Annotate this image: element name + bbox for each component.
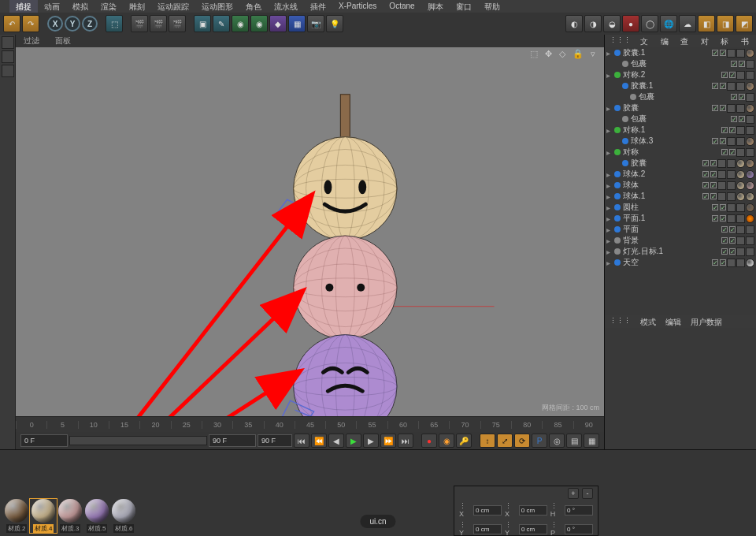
goto-end-icon[interactable]: ⏭ [398,434,413,448]
menu-7[interactable]: 角色 [239,0,268,13]
tree-row[interactable]: 包裹 [605,58,756,69]
tree-label[interactable]: 平面 [623,224,721,235]
material-shelf[interactable]: 材质.2材质.4材质.3材质.5材质.6 [0,450,756,536]
menu-1[interactable]: 动画 [38,0,66,13]
dope-icon[interactable]: ▤ [566,434,582,448]
coord-sx-field[interactable] [519,505,547,516]
key-param-icon[interactable]: P [532,434,547,448]
menu-12[interactable]: 脚本 [421,0,450,13]
material-thumb[interactable]: 材质.5 [83,499,110,533]
light-icon[interactable]: 💡 [326,15,343,32]
menu-10[interactable]: X-Particles [332,0,383,13]
material-thumb[interactable]: 材质.3 [57,499,83,533]
tree-label[interactable]: 对称.2 [623,69,721,80]
tree-label[interactable]: 平面.1 [623,213,711,224]
material-thumb[interactable]: 材质.4 [30,499,57,533]
tree-row[interactable]: 包裹 [605,91,756,102]
cube-primitive-icon[interactable]: ▣ [194,15,211,32]
tree-label[interactable]: 圆柱 [623,202,711,213]
object-tree[interactable]: ▸胶囊.1包裹▸对称.2胶囊.1包裹▸胶囊包裹▸对称.1球体.3▸对称胶囊▸球体… [605,47,756,315]
model-mode-icon[interactable] [2,36,14,49]
tree-row[interactable]: ▸灯光.目标.1 [605,246,756,257]
menu-4[interactable]: 雕刻 [123,0,151,13]
step-back-icon[interactable]: ⏪ [311,434,327,448]
render-settings-icon[interactable]: 🎬 [169,15,186,32]
tree-label[interactable]: 对称 [623,147,721,158]
frame-end-field[interactable] [209,434,256,447]
deformer-icon[interactable]: ◆ [269,15,287,32]
coord-p-field[interactable] [565,524,593,534]
tree-label[interactable]: 胶囊 [631,158,702,169]
tree-row[interactable]: ▸天空 [605,257,756,268]
timeline-scrub[interactable] [69,436,207,445]
tree-row[interactable]: ▸背景 [605,235,756,246]
point-mode-icon[interactable] [2,65,14,77]
tree-row[interactable]: 胶囊.1 [605,80,756,91]
frame-start-field[interactable] [20,434,68,447]
coord-x-field[interactable] [473,505,502,516]
tree-label[interactable]: 胶囊.1 [623,47,711,58]
layout-1-icon[interactable]: ◐ [565,15,583,32]
objtab-4[interactable]: 对象 [696,35,717,47]
tree-label[interactable]: 胶囊 [623,102,711,114]
objtab-6[interactable]: 书签 [736,35,757,47]
coord-system-icon[interactable]: ⬚ [106,15,123,32]
key-r-icon[interactable]: ⟳ [514,434,530,448]
axis-x-button[interactable]: X [47,16,63,32]
texture-mode-icon[interactable] [2,50,14,63]
tree-label[interactable]: 球体.2 [623,169,702,180]
tree-row[interactable]: ▸球体 [605,180,756,191]
tree-label[interactable]: 天空 [623,257,711,268]
tree-row[interactable]: ▸对称.2 [605,69,756,80]
prev-frame-icon[interactable]: ◀ [328,434,344,448]
tree-row[interactable]: 包裹 [605,114,756,125]
key-s-icon[interactable]: ⤢ [497,434,513,448]
attrtab-1[interactable]: 模式 [636,315,661,328]
tab-panel[interactable]: 面板 [49,35,77,47]
fcurve-icon[interactable]: ▦ [584,434,599,448]
material-thumb[interactable]: 材质.2 [3,499,30,533]
axis-z-button[interactable]: Z [82,16,98,32]
tab-filter[interactable]: 过滤 [17,35,46,47]
axis-y-button[interactable]: Y [65,16,80,32]
key-icon[interactable]: 🔑 [456,434,472,448]
tree-label[interactable]: 背景 [623,235,721,246]
tree-row[interactable]: ▸平面.1 [605,213,756,224]
tree-label[interactable]: 包裹 [631,58,730,69]
clapper-icon[interactable]: 🎬 [131,15,148,32]
objtab-1[interactable]: 文件 [636,35,656,47]
tree-row[interactable]: ▸对称.1 [605,125,756,136]
record-icon[interactable]: ● [421,434,437,448]
layout-2-icon[interactable]: ◑ [584,15,602,32]
tree-row[interactable]: ▸球体.1 [605,191,756,202]
camera-icon[interactable]: 📷 [307,15,324,32]
menu-0[interactable]: 捕捉 [9,0,38,13]
cloud-icon[interactable]: ☁ [679,15,696,32]
tree-row[interactable]: ▸对称 [605,147,756,158]
menu-2[interactable]: 模拟 [66,0,94,13]
tree-row[interactable]: 球体.3 [605,136,756,147]
menu-3[interactable]: 渲染 [94,0,123,13]
nurbs-icon[interactable]: ◉ [232,15,249,32]
key-p-icon[interactable]: ↕ [480,434,495,448]
coord-minus-button[interactable]: - [582,488,593,499]
menu-9[interactable]: 插件 [304,0,332,13]
tree-row[interactable]: 胶囊 [605,158,756,169]
tree-row[interactable]: ▸胶囊 [605,102,756,114]
menu-14[interactable]: 帮助 [478,0,506,13]
pref3-icon[interactable]: ◩ [736,15,753,32]
objtab-0[interactable]: ⋮⋮⋮ [605,35,636,47]
menu-5[interactable]: 运动跟踪 [151,0,195,13]
objtab-5[interactable]: 标签 [716,35,736,47]
play-icon[interactable]: ▶ [346,434,361,448]
step-fwd-icon[interactable]: ⏩ [380,434,396,448]
coord-sy-field[interactable] [519,524,547,534]
material-thumb[interactable]: 材质.6 [110,499,137,533]
tree-row[interactable]: ▸平面 [605,224,756,235]
tree-label[interactable]: 球体 [623,180,702,191]
redo-icon[interactable]: ↷ [22,15,39,32]
attrtab-2[interactable]: 编辑 [661,315,686,328]
tree-label[interactable]: 胶囊.1 [631,80,711,91]
timeline-ruler[interactable]: 051015202530354045505560657075808590 [16,416,604,432]
tree-label[interactable]: 球体.1 [623,191,702,202]
